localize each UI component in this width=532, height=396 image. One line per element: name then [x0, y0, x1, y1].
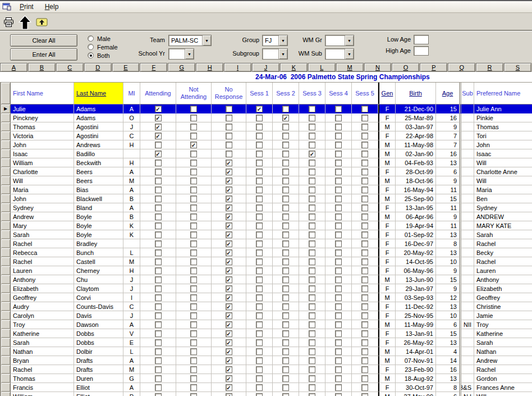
cell-birth[interactable]: 14-Apr-01	[396, 347, 436, 356]
cell-sess1[interactable]	[246, 140, 273, 149]
checkbox-sess5[interactable]	[361, 151, 368, 157]
cell-attending[interactable]	[140, 257, 176, 266]
cell-sess2[interactable]	[273, 365, 299, 374]
cell-not_attending[interactable]: ✓	[176, 140, 212, 149]
cell-first_name[interactable]: Elizabeth	[11, 284, 74, 293]
table-row[interactable]: ElizabethClaytomJ✓F29-Jan-979Elizabeth	[1, 284, 532, 293]
checkbox-sess1[interactable]	[256, 204, 263, 211]
cell-no_response[interactable]: ✓	[212, 302, 246, 311]
checkbox-sess4[interactable]	[335, 393, 342, 396]
cell-first_name[interactable]: Pinckney	[11, 113, 74, 122]
wm-sub-combo[interactable]: ▼	[325, 48, 354, 60]
checkbox-not_attending[interactable]	[190, 276, 197, 283]
cell-no_response[interactable]: ✓	[212, 365, 246, 374]
cell-attending[interactable]	[140, 266, 176, 275]
cell-sess3[interactable]	[299, 131, 325, 140]
cell-first_name[interactable]: Audry	[11, 302, 74, 311]
table-row[interactable]: RachelCastellM✓F14-Oct-9510Rachel	[1, 257, 532, 266]
column-header-mi[interactable]: MI	[123, 83, 140, 104]
cell-preferred_name[interactable]: Sarah	[474, 230, 532, 239]
checkbox-sess2[interactable]	[282, 384, 289, 391]
cell-gen[interactable]: F	[378, 221, 396, 230]
cell-mi[interactable]: E	[123, 338, 140, 347]
radio-female[interactable]: Female	[88, 43, 118, 51]
cell-age[interactable]: 12	[436, 293, 460, 302]
cell-sess5[interactable]	[352, 239, 378, 248]
checkbox-sess4[interactable]	[335, 195, 342, 202]
checkbox-sess4[interactable]	[335, 258, 342, 265]
cell-first_name[interactable]: William	[11, 392, 74, 396]
cell-age[interactable]: 15	[436, 104, 460, 113]
cell-mi[interactable]: A	[123, 356, 140, 365]
checkbox-sess1[interactable]	[256, 303, 263, 310]
table-row[interactable]: TroyDawsonA✓M11-May-996NIITroy	[1, 320, 532, 329]
cell-sess3[interactable]	[299, 176, 325, 185]
cell-attending[interactable]	[140, 212, 176, 221]
checkbox-not_attending[interactable]	[190, 285, 197, 292]
cell-age[interactable]: 8	[436, 383, 460, 392]
checkbox-attending[interactable]	[155, 366, 162, 373]
cell-birth[interactable]: 25-Mar-89	[396, 113, 436, 122]
column-letter-i[interactable]: I	[224, 63, 251, 72]
cell-gen[interactable]: F	[378, 203, 396, 212]
cell-sub[interactable]	[460, 140, 474, 149]
column-letter-g[interactable]: G	[168, 63, 195, 72]
cell-last_name[interactable]: Beers	[74, 167, 123, 176]
checkbox-sess1[interactable]	[256, 186, 263, 193]
cell-attending[interactable]	[140, 356, 176, 365]
folder-up-icon[interactable]	[36, 17, 48, 27]
cell-birth[interactable]: 25-Sep-90	[396, 194, 436, 203]
cell-mi[interactable]: A	[123, 383, 140, 392]
cell-last_name[interactable]: Boyle	[74, 221, 123, 230]
checkbox-not_attending[interactable]	[190, 124, 197, 130]
cell-age[interactable]: 6	[436, 392, 460, 396]
checkbox-sess3[interactable]	[309, 375, 315, 382]
cell-attending[interactable]	[140, 329, 176, 338]
cell-last_name[interactable]: Boyle	[74, 212, 123, 221]
cell-attending[interactable]	[140, 338, 176, 347]
checkbox-not_attending[interactable]	[190, 213, 197, 220]
cell-attending[interactable]	[140, 293, 176, 302]
checkbox-sess3[interactable]	[309, 339, 315, 346]
checkbox-sess4[interactable]	[335, 240, 342, 247]
cell-gen[interactable]: F	[378, 302, 396, 311]
cell-sess1[interactable]: ✓	[246, 104, 273, 113]
checkbox-sess5[interactable]	[361, 303, 368, 310]
cell-no_response[interactable]: ✓	[212, 230, 246, 239]
checkbox-sess1[interactable]	[256, 124, 263, 130]
row-selector[interactable]	[1, 176, 11, 185]
checkbox-sess5[interactable]	[361, 204, 368, 211]
cell-sess1[interactable]	[246, 374, 273, 383]
checkbox-not_attending[interactable]	[190, 249, 197, 256]
checkbox-sess4[interactable]	[335, 294, 342, 301]
checkbox-sess4[interactable]	[335, 357, 342, 364]
checkbox-attending[interactable]	[155, 240, 162, 247]
checkbox-no_response[interactable]	[226, 133, 232, 139]
cell-sess3[interactable]	[299, 338, 325, 347]
checkbox-sess1[interactable]	[256, 177, 263, 184]
cell-age[interactable]: 11	[436, 221, 460, 230]
checkbox-no_response[interactable]: ✓	[226, 177, 232, 184]
checkbox-no_response[interactable]: ✓	[226, 339, 232, 346]
cell-first_name[interactable]: John	[11, 140, 74, 149]
checkbox-sess4[interactable]	[335, 160, 342, 166]
row-selector[interactable]	[1, 284, 11, 293]
table-row[interactable]: CharlotteBeersA✓F28-Oct-996Charlotte Ann…	[1, 167, 532, 176]
checkbox-no_response[interactable]: ✓	[226, 294, 232, 301]
cell-sess4[interactable]	[325, 383, 352, 392]
cell-mi[interactable]: H	[123, 266, 140, 275]
checkbox-attending[interactable]	[155, 276, 162, 283]
cell-sub[interactable]	[460, 122, 474, 131]
cell-sess1[interactable]	[246, 185, 273, 194]
cell-preferred_name[interactable]: Julie Ann	[474, 104, 532, 113]
cell-first_name[interactable]: Nathan	[11, 347, 74, 356]
checkbox-sess1[interactable]	[256, 169, 263, 175]
cell-attending[interactable]	[140, 284, 176, 293]
cell-sess3[interactable]	[299, 347, 325, 356]
cell-attending[interactable]: ✓	[140, 131, 176, 140]
checkbox-not_attending[interactable]	[190, 384, 197, 391]
cell-attending[interactable]	[140, 383, 176, 392]
cell-not_attending[interactable]	[176, 329, 212, 338]
cell-no_response[interactable]: ✓	[212, 203, 246, 212]
checkbox-sess3[interactable]	[309, 366, 315, 373]
